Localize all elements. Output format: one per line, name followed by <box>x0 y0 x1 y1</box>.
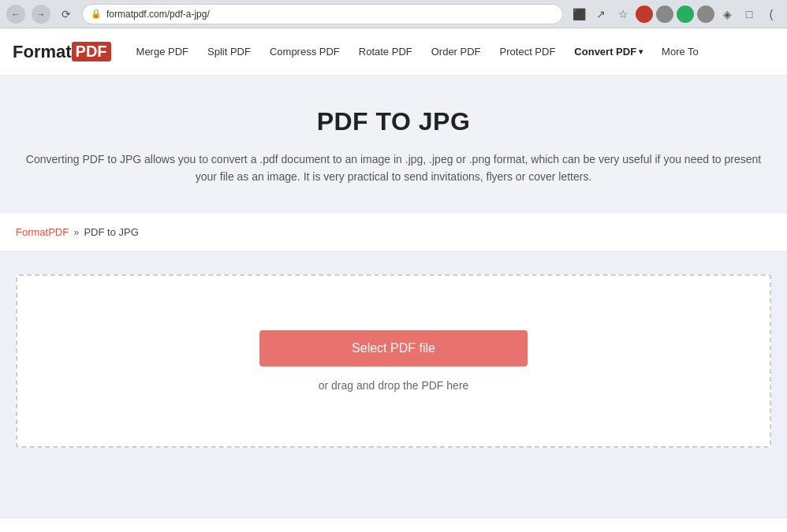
nav-order-pdf[interactable]: Order PDF <box>422 28 490 76</box>
menu-button[interactable]: ( <box>762 5 781 24</box>
forward-button[interactable]: → <box>32 5 50 24</box>
extension-circle-2[interactable] <box>697 6 714 23</box>
url-text: formatpdf.com/pdf-a-jpg/ <box>106 9 210 20</box>
lock-icon: 🔒 <box>91 9 102 19</box>
breadcrumb-separator: » <box>73 226 79 238</box>
hero-section: PDF TO JPG Converting PDF to JPG allows … <box>0 76 787 214</box>
logo-format-text: Format <box>13 42 72 62</box>
nav-merge-pdf[interactable]: Merge PDF <box>127 28 198 76</box>
nav-rotate-pdf[interactable]: Rotate PDF <box>349 28 422 76</box>
hero-title: PDF TO JPG <box>16 107 771 136</box>
logo-pdf-text: PDF <box>72 42 111 61</box>
browser-chrome: ← → ⟳ 🔒 formatpdf.com/pdf-a-jpg/ ⬛ ↗ ☆ ◈… <box>0 0 787 28</box>
nav-convert-pdf-label: Convert PDF <box>574 46 636 58</box>
hero-description: Converting PDF to JPG allows you to conv… <box>16 151 771 186</box>
select-file-button[interactable]: Select PDF file <box>259 330 528 366</box>
main-content: Select PDF file or drag and drop the PDF… <box>0 251 787 519</box>
extension-circle-1[interactable] <box>656 6 673 23</box>
extension-green[interactable] <box>677 6 694 23</box>
back-button[interactable]: ← <box>6 5 25 24</box>
share-button[interactable]: ↗ <box>591 5 610 24</box>
nav-compress-pdf[interactable]: Compress PDF <box>260 28 349 76</box>
refresh-button[interactable]: ⟳ <box>57 5 76 24</box>
screen-share-button[interactable]: ⬛ <box>569 5 588 24</box>
browser-actions: ⬛ ↗ ☆ ◈ □ ( <box>569 5 781 24</box>
navbar: FormatPDF Merge PDF Split PDF Compress P… <box>0 28 787 76</box>
drag-drop-text: or drag and drop the PDF here <box>319 379 469 392</box>
breadcrumb-home-link[interactable]: FormatPDF <box>16 226 69 238</box>
logo[interactable]: FormatPDF <box>13 42 111 62</box>
convert-pdf-dropdown-arrow: ▾ <box>639 47 643 56</box>
nav-split-pdf[interactable]: Split PDF <box>198 28 260 76</box>
address-bar[interactable]: 🔒 formatpdf.com/pdf-a-jpg/ <box>82 4 563 24</box>
extensions-button[interactable]: ◈ <box>718 5 737 24</box>
breadcrumb: FormatPDF » PDF to JPG <box>16 226 771 238</box>
nav-more[interactable]: More To <box>652 28 708 76</box>
extension-red[interactable] <box>636 6 653 23</box>
bookmark-button[interactable]: ☆ <box>614 5 632 24</box>
breadcrumb-current: PDF to JPG <box>84 226 138 238</box>
nav-items: Merge PDF Split PDF Compress PDF Rotate … <box>127 28 774 76</box>
window-button[interactable]: □ <box>740 5 759 24</box>
breadcrumb-section: FormatPDF » PDF to JPG <box>0 214 787 251</box>
nav-protect-pdf[interactable]: Protect PDF <box>490 28 565 76</box>
nav-convert-pdf[interactable]: Convert PDF ▾ <box>565 28 652 76</box>
dropzone[interactable]: Select PDF file or drag and drop the PDF… <box>16 274 771 448</box>
